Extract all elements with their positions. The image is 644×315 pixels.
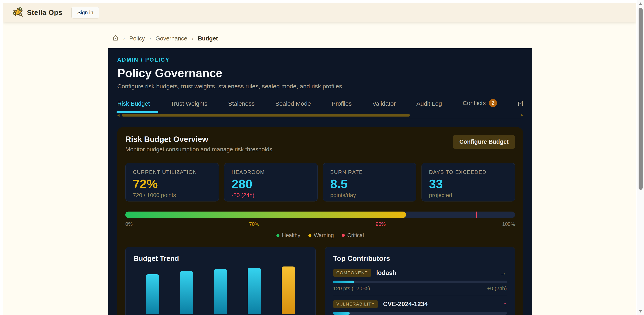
brand-name: Stella Ops xyxy=(27,9,62,17)
gauge-track xyxy=(125,212,515,218)
gauge-label-70: 70% xyxy=(249,221,259,227)
configure-budget-button[interactable]: Configure Budget xyxy=(453,135,515,149)
legend-label: Warning xyxy=(314,232,334,238)
stat-label: DAYS TO EXCEEDED xyxy=(429,169,508,175)
gauge-label-100: 100% xyxy=(502,221,515,227)
tab-label: Conflicts xyxy=(462,100,486,107)
top-contributors-list: COMPONENTlodash→120 pts (12.0%)+0 (24h)V… xyxy=(333,269,507,315)
page-scrollbar-thumb[interactable] xyxy=(638,8,642,190)
stat-card-days-to-exceeded: DAYS TO EXCEEDED33projected xyxy=(422,163,515,201)
breadcrumb: ›Policy›Governance›Budget xyxy=(112,35,218,43)
stat-subtext: points/day xyxy=(330,192,409,198)
stat-value: 33 xyxy=(429,177,508,190)
top-contributors-card: Top Contributors COMPONENTlodash→120 pts… xyxy=(325,247,515,315)
stat-card-headroom: HEADROOM280-20 (24h) xyxy=(224,163,318,201)
contributor-progress-track xyxy=(333,280,507,283)
contributor-type-badge: COMPONENT xyxy=(333,269,371,277)
page-subtitle: Configure risk budgets, trust weights, s… xyxy=(117,83,523,90)
legend-warning: Warning xyxy=(308,232,334,238)
budget-trend-chart xyxy=(134,266,308,314)
gauge-fill xyxy=(125,212,406,218)
tab-conflicts[interactable]: Conflicts2 xyxy=(462,99,497,113)
stat-subtext: -20 (24h) xyxy=(232,192,310,198)
stat-label: CURRENT UTILIZATION xyxy=(133,169,212,175)
gauge-label-90: 90% xyxy=(376,221,386,227)
trend-bar-12-1[interactable] xyxy=(146,274,159,314)
breadcrumb-separator-icon: › xyxy=(192,36,194,42)
scroll-left-icon[interactable] xyxy=(117,114,120,117)
tab-pl[interactable]: Pl xyxy=(518,100,523,113)
policy-governance-card: ADMIN / POLICY Policy Governance Configu… xyxy=(108,48,532,315)
tab-label: Validator xyxy=(372,100,396,107)
tabs-scrollbar-thumb[interactable] xyxy=(122,114,410,117)
tab-label: Trust Weights xyxy=(170,100,208,107)
stat-label: BURN RATE xyxy=(330,169,409,175)
trend-bar-12-15[interactable] xyxy=(214,269,227,314)
contributor-delta: +0 (24h) xyxy=(487,285,507,292)
conflicts-count-badge: 2 xyxy=(489,99,497,107)
contributor-divider xyxy=(333,296,507,296)
budget-trend-card: Budget Trend 12/112/812/1512/2212/29 xyxy=(125,247,316,315)
trend-bar-slot xyxy=(146,274,159,314)
breadcrumb-item-governance[interactable]: Governance xyxy=(156,35,187,42)
healthy-dot-icon xyxy=(276,234,280,237)
tab-label: Risk Budget xyxy=(117,100,150,107)
contributor-stats: 120 pts (12.0%)+0 (24h) xyxy=(333,285,507,292)
budget-gauge: 0%70%90%100% HealthyWarningCritical xyxy=(125,212,515,238)
tab-validator[interactable]: Validator xyxy=(372,100,396,113)
trend-flat-icon: → xyxy=(500,269,507,277)
tab-profiles[interactable]: Profiles xyxy=(332,100,352,113)
budget-trend-title: Budget Trend xyxy=(134,254,308,262)
stat-value: 8.5 xyxy=(330,177,409,190)
scroll-right-icon[interactable] xyxy=(521,114,523,117)
legend-critical: Critical xyxy=(342,232,364,238)
stat-subtext: projected xyxy=(429,192,508,198)
tab-audit-log[interactable]: Audit Log xyxy=(416,100,442,113)
page-title: Policy Governance xyxy=(117,66,523,80)
home-icon[interactable] xyxy=(112,35,119,43)
tab-risk-budget[interactable]: Risk Budget xyxy=(117,100,150,113)
tabs-scrollbar[interactable] xyxy=(117,114,523,117)
critical-dot-icon xyxy=(342,234,345,237)
trend-bar-12-22[interactable] xyxy=(248,268,261,314)
scroll-up-icon[interactable] xyxy=(638,3,642,5)
trend-up-icon: ↑ xyxy=(503,300,507,308)
warning-dot-icon xyxy=(308,234,312,237)
gauge-label-0: 0% xyxy=(125,221,132,227)
trend-bar-slot xyxy=(180,271,193,314)
page-scrollbar[interactable] xyxy=(637,0,644,315)
trend-bar-12-8[interactable] xyxy=(180,271,193,314)
tab-staleness[interactable]: Staleness xyxy=(228,100,255,113)
contributor-row-head: COMPONENTlodash→ xyxy=(333,269,507,277)
trend-bar-12-29[interactable] xyxy=(282,266,295,314)
risk-budget-overview-panel: Risk Budget Overview Monitor budget cons… xyxy=(117,127,523,315)
contributor-name[interactable]: CVE-2024-1234 xyxy=(383,300,428,308)
contributor-row-lodash: COMPONENTlodash→120 pts (12.0%)+0 (24h) xyxy=(333,269,507,292)
tab-sealed-mode[interactable]: Sealed Mode xyxy=(275,100,311,113)
scroll-down-icon[interactable] xyxy=(638,310,642,312)
contributor-progress-track xyxy=(333,312,507,314)
section-eyebrow: ADMIN / POLICY xyxy=(117,57,523,63)
stat-subtext: 720 / 1000 points xyxy=(133,192,212,198)
sign-in-button[interactable]: Sign in xyxy=(71,7,100,19)
tab-label: Staleness xyxy=(228,100,255,107)
tab-trust-weights[interactable]: Trust Weights xyxy=(170,100,208,113)
breadcrumb-separator-icon: › xyxy=(149,36,151,42)
trend-bar-slot xyxy=(214,269,227,314)
breadcrumb-item-budget[interactable]: Budget xyxy=(198,35,218,42)
gauge-critical-marker xyxy=(476,212,477,218)
legend-label: Critical xyxy=(347,232,364,238)
contributor-type-badge: VULNERABILITY xyxy=(333,300,378,308)
overview-subtitle: Monitor budget consumption and manage ri… xyxy=(125,146,274,153)
stat-value: 280 xyxy=(232,177,310,190)
contributor-name[interactable]: lodash xyxy=(376,269,396,276)
trend-bar-slot xyxy=(248,268,261,314)
breadcrumb-separator-icon: › xyxy=(123,36,125,42)
breadcrumb-item-policy[interactable]: Policy xyxy=(129,35,145,42)
stella-ops-logo-icon xyxy=(12,7,23,18)
stat-card-burn-rate: BURN RATE8.5points/day xyxy=(323,163,416,201)
tab-label: Pl xyxy=(518,100,523,107)
contributor-progress-fill xyxy=(333,312,350,314)
contributor-row-head: VULNERABILITYCVE-2024-1234↑ xyxy=(333,300,507,308)
contributor-progress-fill xyxy=(333,280,354,283)
